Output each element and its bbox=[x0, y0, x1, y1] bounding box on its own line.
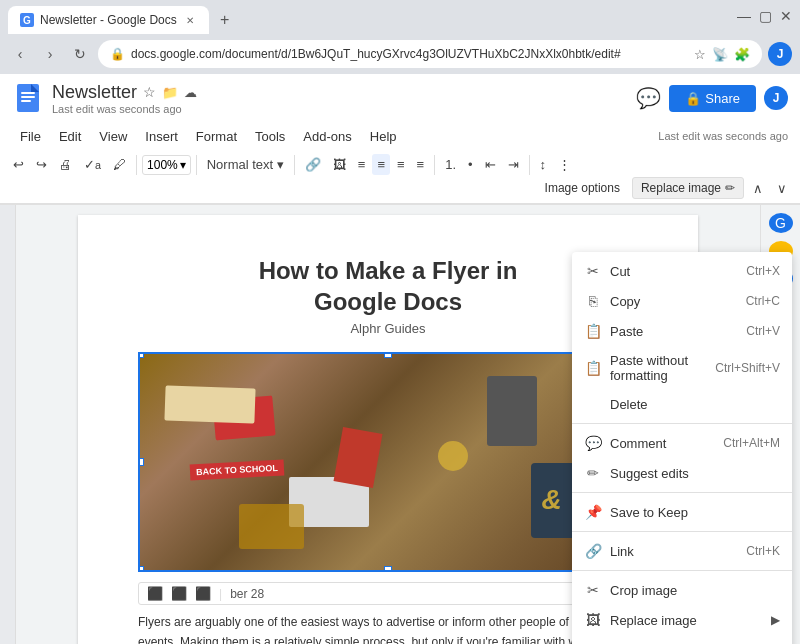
align-right-button[interactable]: ≡ bbox=[392, 154, 410, 175]
context-menu-comment[interactable]: 💬 Comment Ctrl+Alt+M bbox=[572, 428, 792, 458]
link-label: Link bbox=[610, 544, 738, 559]
context-menu-copy[interactable]: ⎘ Copy Ctrl+C bbox=[572, 286, 792, 316]
svg-rect-3 bbox=[21, 100, 31, 102]
menu-format[interactable]: Format bbox=[188, 126, 245, 147]
maximize-icon[interactable]: ▢ bbox=[759, 8, 772, 24]
photo-item-box bbox=[239, 504, 304, 549]
menu-view[interactable]: View bbox=[91, 126, 135, 147]
document-body-text: Flyers are arguably one of the easiest w… bbox=[138, 613, 638, 644]
context-menu: ✂ Cut Ctrl+X ⎘ Copy Ctrl+C 📋 Paste Ctrl+… bbox=[572, 252, 792, 644]
resize-handle-tl[interactable] bbox=[138, 352, 144, 358]
context-menu-link[interactable]: 🔗 Link Ctrl+K bbox=[572, 536, 792, 566]
resize-handle-tc[interactable] bbox=[384, 352, 392, 358]
cloud-save-icon[interactable]: ☁ bbox=[184, 85, 197, 100]
ul-button[interactable]: • bbox=[463, 154, 478, 175]
zoom-selector[interactable]: 100% ▾ bbox=[142, 155, 191, 175]
context-menu-replace-image[interactable]: 🖼 Replace image ▶ bbox=[572, 605, 792, 635]
align-justify-button[interactable]: ≡ bbox=[412, 154, 430, 175]
context-menu-crop[interactable]: ✂ Crop image bbox=[572, 575, 792, 605]
share-button[interactable]: 🔒 Share bbox=[669, 85, 756, 112]
context-menu-cut[interactable]: ✂ Cut Ctrl+X bbox=[572, 256, 792, 286]
image-tb-size: ber 28 bbox=[230, 587, 264, 601]
copy-shortcut: Ctrl+C bbox=[746, 294, 780, 308]
resize-handle-bc[interactable] bbox=[384, 566, 392, 572]
print-button[interactable]: 🖨 bbox=[54, 154, 77, 175]
tab-favicon: G bbox=[20, 13, 34, 27]
selected-image-container[interactable]: BACK TO SCHOOL & bbox=[138, 352, 638, 572]
docs-header-right: 💬 🔒 Share J bbox=[636, 85, 788, 112]
link-cm-icon: 🔗 bbox=[584, 543, 602, 559]
user-avatar[interactable]: J bbox=[764, 86, 788, 110]
align-left-button[interactable]: ≡ bbox=[353, 154, 371, 175]
tab-close-button[interactable]: ✕ bbox=[183, 13, 197, 27]
save-keep-label: Save to Keep bbox=[610, 505, 772, 520]
styles-button[interactable]: Normal text ▾ bbox=[202, 154, 289, 175]
context-menu-separator-1 bbox=[572, 423, 792, 424]
context-menu-delete[interactable]: Delete bbox=[572, 390, 792, 419]
toolbar-separator-2 bbox=[196, 155, 197, 175]
new-tab-button[interactable]: + bbox=[213, 8, 237, 32]
star-icon[interactable]: ☆ bbox=[694, 47, 706, 62]
image-options-button[interactable]: Image options bbox=[537, 178, 628, 198]
redo-button[interactable]: ↪ bbox=[31, 154, 52, 175]
delete-label: Delete bbox=[610, 397, 772, 412]
close-window-icon[interactable]: ✕ bbox=[780, 8, 792, 24]
star-bookmark-icon[interactable]: ☆ bbox=[143, 84, 156, 100]
link-shortcut: Ctrl+K bbox=[746, 544, 780, 558]
paste-icon: 📋 bbox=[584, 323, 602, 339]
document-image[interactable]: BACK TO SCHOOL & bbox=[138, 352, 638, 572]
resize-handle-bl[interactable] bbox=[138, 566, 144, 572]
replace-image-arrow-icon: ▶ bbox=[771, 613, 780, 627]
menu-help[interactable]: Help bbox=[362, 126, 405, 147]
paint-format-button[interactable]: 🖊 bbox=[108, 154, 131, 175]
active-tab[interactable]: G Newsletter - Google Docs ✕ bbox=[8, 6, 209, 34]
profile-avatar[interactable]: J bbox=[768, 42, 792, 66]
reload-button[interactable]: ↻ bbox=[68, 42, 92, 66]
address-bar-icons: ☆ 📡 🧩 bbox=[694, 47, 750, 62]
indent-right-button[interactable]: ⇥ bbox=[503, 154, 524, 175]
resize-handle-ml[interactable] bbox=[138, 458, 144, 466]
line-spacing-button[interactable]: ↕ bbox=[535, 154, 552, 175]
image-tb-icon3[interactable]: ⬛ bbox=[195, 586, 211, 601]
image-tb-icon1[interactable]: ⬛ bbox=[147, 586, 163, 601]
paste-unformatted-label: Paste without formatting bbox=[610, 353, 707, 383]
back-button[interactable]: ‹ bbox=[8, 42, 32, 66]
context-menu-paste[interactable]: 📋 Paste Ctrl+V bbox=[572, 316, 792, 346]
move-to-folder-icon[interactable]: 📁 bbox=[162, 85, 178, 100]
chevron-up-icon[interactable]: ∧ bbox=[748, 178, 768, 199]
right-panel-icon-1[interactable]: G bbox=[769, 213, 793, 233]
context-menu-separator-4 bbox=[572, 570, 792, 571]
more-options-button[interactable]: ⋮ bbox=[553, 154, 576, 175]
minimize-icon[interactable]: — bbox=[737, 8, 751, 24]
menu-file[interactable]: File bbox=[12, 126, 49, 147]
indent-left-button[interactable]: ⇤ bbox=[480, 154, 501, 175]
menu-insert[interactable]: Insert bbox=[137, 126, 186, 147]
extensions-icon[interactable]: 🧩 bbox=[734, 47, 750, 62]
replace-image-button[interactable]: Replace image ✏ bbox=[632, 177, 744, 199]
menu-addons[interactable]: Add-ons bbox=[295, 126, 359, 147]
ol-button[interactable]: 1. bbox=[440, 154, 461, 175]
zoom-arrow-icon: ▾ bbox=[180, 158, 186, 172]
align-center-button[interactable]: ≡ bbox=[372, 154, 390, 175]
image-button[interactable]: 🖼 bbox=[328, 154, 351, 175]
context-menu-image-options[interactable]: ⚙ Image options bbox=[572, 635, 792, 644]
paste-unformatted-icon: 📋 bbox=[584, 360, 602, 376]
context-menu-paste-unformatted[interactable]: 📋 Paste without formatting Ctrl+Shift+V bbox=[572, 346, 792, 390]
address-bar[interactable]: 🔒 docs.google.com/document/d/1Bw6JQuT_hu… bbox=[98, 40, 762, 68]
context-menu-suggest[interactable]: ✏ Suggest edits bbox=[572, 458, 792, 488]
menu-edit[interactable]: Edit bbox=[51, 126, 89, 147]
link-button[interactable]: 🔗 bbox=[300, 154, 326, 175]
spellcheck-button[interactable]: ✓a bbox=[79, 154, 106, 175]
tab-bar: G Newsletter - Google Docs ✕ + — ▢ ✕ bbox=[0, 0, 800, 34]
document-title[interactable]: Newsletter bbox=[52, 82, 137, 103]
menu-tools[interactable]: Tools bbox=[247, 126, 293, 147]
undo-button[interactable]: ↩ bbox=[8, 154, 29, 175]
suggest-icon: ✏ bbox=[584, 465, 602, 481]
cast-icon[interactable]: 📡 bbox=[712, 47, 728, 62]
image-tb-icon2[interactable]: ⬛ bbox=[171, 586, 187, 601]
cut-icon: ✂ bbox=[584, 263, 602, 279]
context-menu-save-keep[interactable]: 📌 Save to Keep bbox=[572, 497, 792, 527]
comment-icon[interactable]: 💬 bbox=[636, 86, 661, 110]
chevron-down-toolbar-icon[interactable]: ∨ bbox=[772, 178, 792, 199]
forward-button[interactable]: › bbox=[38, 42, 62, 66]
